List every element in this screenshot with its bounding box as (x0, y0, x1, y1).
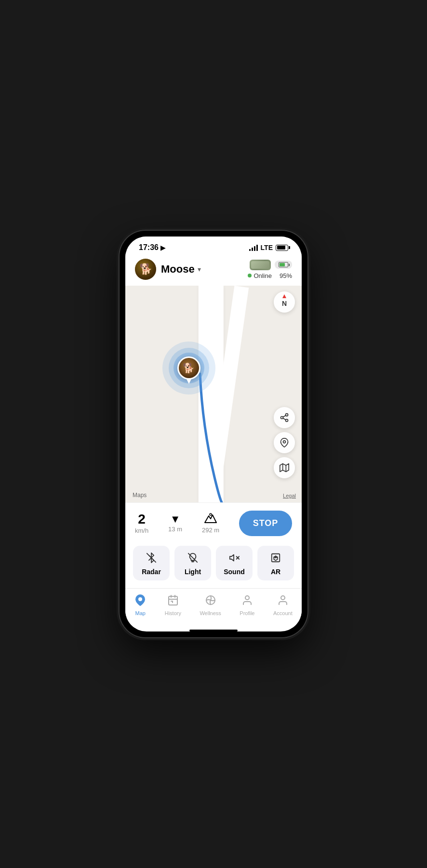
signal-bar-3 (254, 246, 255, 251)
status-bar: 17:36 ▶ LTE (125, 237, 302, 255)
profile-tab-icon (241, 594, 253, 609)
tracker-chip (250, 260, 271, 270)
svg-point-27 (245, 596, 249, 600)
dog-pin[interactable]: 🐕 (177, 356, 200, 380)
svg-point-21 (139, 598, 142, 601)
tab-history[interactable]: History (159, 592, 187, 618)
home-indicator (189, 630, 238, 631)
compass-arrow-icon (282, 294, 286, 298)
wellness-tab-icon (205, 594, 216, 609)
speed-unit: km/h (135, 527, 148, 534)
pet-pin-circle: 🐕 (177, 356, 200, 380)
pin-tail (186, 378, 192, 384)
share-icon (280, 413, 289, 422)
device-chips (250, 260, 292, 270)
device-status: Online 95% (248, 260, 292, 279)
maps-watermark: Maps (131, 492, 147, 499)
status-row: Online 95% (248, 272, 292, 279)
time-display: 17:36 (139, 243, 159, 252)
history-tab-icon (167, 594, 179, 609)
share-button[interactable] (274, 407, 295, 428)
svg-rect-22 (169, 596, 177, 605)
battery-chip-fill (280, 263, 285, 266)
legal-text: Legal (283, 493, 296, 499)
action-row: Radar Light (125, 542, 302, 588)
battery-chip-icon (279, 262, 288, 267)
stop-button[interactable]: STOP (239, 511, 292, 536)
svg-line-4 (283, 415, 286, 417)
ar-label: AR (271, 568, 280, 576)
distance-value: 13 m (168, 526, 182, 533)
pet-pin-image: 🐕 (179, 358, 199, 378)
signal-bar-1 (249, 249, 251, 251)
direction-arrow-icon: ▼ (170, 514, 181, 525)
map-type-button[interactable] (274, 457, 295, 478)
sound-icon (229, 552, 240, 565)
altitude-value: 292 m (202, 526, 219, 534)
battery-percent-label: 95% (280, 272, 292, 279)
svg-marker-6 (280, 464, 289, 472)
sound-button[interactable]: Sound (216, 546, 253, 580)
signal-bar-2 (252, 248, 253, 251)
light-button[interactable]: Light (174, 546, 211, 580)
distance-stat: ▼ 13 m (168, 514, 182, 533)
battery-fill (277, 246, 286, 250)
map-area[interactable]: 🐕 N (125, 286, 302, 502)
avatar[interactable] (135, 259, 156, 280)
account-tab-icon (277, 594, 289, 609)
tab-profile[interactable]: Profile (234, 592, 260, 618)
altitude-stat: 292 m (202, 513, 219, 534)
svg-line-20 (276, 557, 278, 558)
map-tab-icon (134, 594, 146, 609)
tab-history-label: History (165, 610, 181, 616)
stats-bar: 2 km/h ▼ 13 m 292 m STOP (125, 502, 302, 542)
svg-point-5 (283, 441, 286, 443)
tab-wellness[interactable]: Wellness (194, 592, 227, 618)
pet-name-row[interactable]: Moose ▾ (161, 263, 201, 276)
signal-bar-4 (256, 245, 258, 251)
signal-bars (249, 245, 258, 251)
tab-wellness-label: Wellness (200, 610, 221, 616)
svg-line-3 (283, 418, 286, 420)
phone-screen: 17:36 ▶ LTE (125, 237, 302, 631)
tab-profile-label: Profile (240, 610, 254, 616)
speed-stat: 2 km/h (135, 513, 148, 534)
map-buttons (274, 407, 295, 478)
tab-map[interactable]: Map (129, 592, 152, 618)
radar-label: Radar (142, 568, 161, 576)
app-header: Moose ▾ Online (125, 255, 302, 286)
svg-point-9 (210, 513, 212, 515)
svg-point-28 (281, 596, 285, 600)
sound-label: Sound (224, 568, 245, 576)
chevron-down-icon[interactable]: ▾ (198, 265, 201, 273)
light-icon (187, 552, 198, 565)
bluetooth-icon (146, 552, 157, 565)
svg-marker-14 (230, 555, 234, 561)
legal-link[interactable]: Legal (283, 493, 296, 499)
ar-icon (270, 552, 281, 565)
tab-account[interactable]: Account (267, 592, 298, 618)
compass[interactable]: N (274, 291, 295, 313)
radar-button[interactable]: Radar (133, 546, 170, 580)
status-right: LTE (249, 244, 288, 251)
phone-frame: 17:36 ▶ LTE (120, 231, 307, 637)
map-icon (280, 463, 289, 473)
pet-info[interactable]: Moose ▾ (135, 259, 201, 280)
tab-bar: Map History (125, 588, 302, 628)
location-button[interactable] (274, 432, 295, 453)
ar-button[interactable]: AR (257, 546, 294, 580)
compass-north-label: N (282, 300, 287, 307)
tab-map-label: Map (135, 610, 146, 616)
location-arrow-icon: ▶ (160, 244, 165, 251)
online-dot (248, 274, 252, 277)
speed-value: 2 (138, 513, 146, 526)
tab-account-label: Account (273, 610, 293, 616)
online-indicator: Online (248, 272, 272, 279)
location-icon (280, 438, 289, 447)
maps-label: Maps (133, 492, 147, 499)
battery-icon (276, 245, 288, 251)
light-label: Light (185, 568, 201, 576)
mountain-icon (204, 513, 217, 526)
battery-chip (275, 261, 292, 269)
network-label: LTE (261, 244, 273, 251)
